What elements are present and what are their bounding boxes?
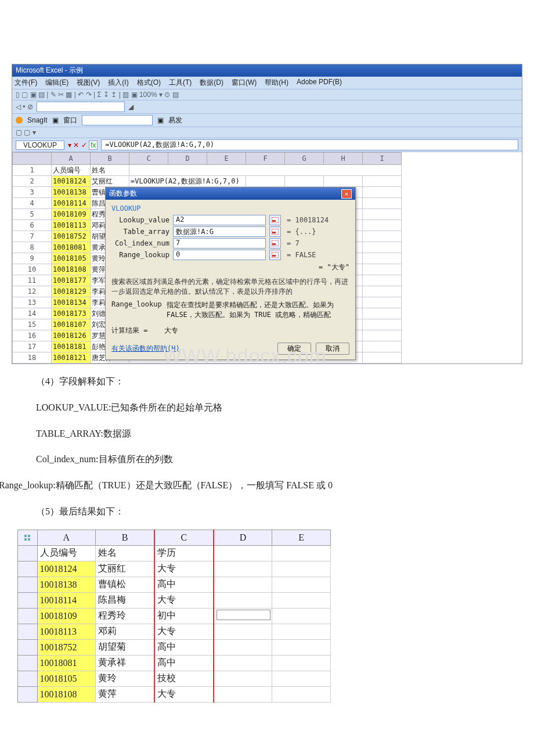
cell-id[interactable]: 10018138 <box>52 187 91 198</box>
result-label: 计算结果 = <box>111 326 147 334</box>
row-head[interactable]: 13 <box>13 297 52 308</box>
row-head[interactable]: 15 <box>13 319 52 330</box>
row-head[interactable]: 16 <box>13 330 52 341</box>
col-A[interactable]: A <box>52 153 91 165</box>
draw-icon[interactable]: ◢ <box>128 103 134 111</box>
row-head[interactable]: 3 <box>13 187 52 198</box>
col-H[interactable]: H <box>324 153 363 165</box>
result-rowh <box>18 592 38 608</box>
result-blank <box>272 686 331 702</box>
cell-id[interactable]: 10018081 <box>52 242 91 253</box>
col-E[interactable]: E <box>207 153 246 165</box>
menu-insert[interactable]: 插入(I) <box>108 78 128 88</box>
menu-help[interactable]: 帮助(H) <box>265 78 288 88</box>
result-blank <box>272 655 331 671</box>
row-head[interactable]: 6 <box>13 220 52 231</box>
col-I[interactable]: I <box>363 153 402 165</box>
sketch-icon[interactable]: ◁ • ⊘ <box>16 103 33 111</box>
col-B[interactable]: B <box>91 153 129 165</box>
menu-edit[interactable]: 编辑(E) <box>45 78 68 88</box>
row-head[interactable]: 11 <box>13 275 52 286</box>
arg-col-index-input[interactable]: 7 <box>173 238 266 249</box>
cell-id[interactable]: 10018134 <box>52 297 91 308</box>
cell-id[interactable]: 10018109 <box>52 209 91 220</box>
corner-cell[interactable] <box>13 153 52 165</box>
row-head[interactable]: 7 <box>13 231 52 242</box>
yifa-icon[interactable]: ▣ <box>157 116 164 124</box>
row-head[interactable]: 10 <box>13 264 52 275</box>
cell-A1[interactable]: 人员编号 <box>52 165 91 176</box>
ok-button[interactable]: 确定 <box>277 343 311 355</box>
result-name: 胡望菊 <box>96 639 154 655</box>
row-head[interactable]: 14 <box>13 308 52 319</box>
range-selector-icon[interactable] <box>269 226 281 237</box>
cell-id[interactable]: 10018114 <box>52 198 91 209</box>
row-head[interactable]: 18 <box>13 352 52 363</box>
formula-buttons[interactable]: ▾ ✕ ✓ fx <box>68 141 98 149</box>
cell-name[interactable]: 艾丽红 <box>91 176 129 187</box>
snagit-dropdown[interactable] <box>82 115 153 125</box>
row-head[interactable]: 4 <box>13 198 52 209</box>
cell-id[interactable]: 10018113 <box>52 220 91 231</box>
row-head[interactable]: 17 <box>13 341 52 352</box>
menu-format[interactable]: 格式(O) <box>137 78 161 88</box>
arg-table-array-input[interactable]: 数据源!A:G <box>173 226 266 237</box>
snagit-window[interactable]: 窗口 <box>63 116 77 125</box>
help-link[interactable]: 有关该函数的帮助(H) <box>111 344 180 354</box>
col-G[interactable]: G <box>285 153 324 165</box>
cell-id[interactable]: 10018105 <box>52 253 91 264</box>
font-dropdown[interactable] <box>37 102 125 112</box>
result-blank <box>272 608 331 624</box>
menu-tools[interactable]: 工具(T) <box>169 78 192 88</box>
cell-blank[interactable] <box>129 165 402 176</box>
col-D[interactable]: D <box>168 153 207 165</box>
cell-id[interactable]: 10018129 <box>52 286 91 297</box>
col-C[interactable]: C <box>129 153 168 165</box>
arg-lookup-value-input[interactable]: A2 <box>173 215 266 225</box>
snagit-capture-icon[interactable]: ▣ <box>52 116 59 124</box>
cell-id[interactable]: 10018108 <box>52 264 91 275</box>
cell-id[interactable]: 10018177 <box>52 275 91 286</box>
cancel-button[interactable]: 取消 <box>316 343 349 355</box>
range-selector-icon[interactable] <box>269 215 281 225</box>
arg-col-index-eq: = 7 <box>287 239 300 247</box>
menu-adobe[interactable]: Adobe PDF(B) <box>297 78 342 88</box>
row-head[interactable]: 2 <box>13 176 52 187</box>
result-id: 10018081 <box>37 655 96 671</box>
result-edu: 技校 <box>154 671 214 686</box>
cell-id[interactable]: 10018181 <box>52 341 91 352</box>
row-head[interactable]: 12 <box>13 286 52 297</box>
cell-id[interactable]: 10018107 <box>52 319 91 330</box>
row-head-1[interactable]: 1 <box>13 165 52 176</box>
cell-id[interactable]: 10018121 <box>52 352 91 363</box>
result-id: 10018138 <box>37 577 96 592</box>
cell-id[interactable]: 10018173 <box>52 308 91 319</box>
cell-B1[interactable]: 姓名 <box>91 165 129 176</box>
row-head[interactable]: 5 <box>13 209 52 220</box>
arg-range-lookup-eq: = FALSE <box>287 251 316 259</box>
row-head[interactable]: 8 <box>13 242 52 253</box>
formula-input[interactable]: =VLOOKUP(A2,数据源!A:G,7,0) <box>101 139 518 150</box>
cell-id[interactable]: 10018752 <box>52 231 91 242</box>
window-titlebar: Microsoft Excel - 示例 <box>12 64 522 77</box>
range-selector-icon[interactable] <box>269 238 281 249</box>
arg-range-lookup-input[interactable]: 0 <box>173 250 266 260</box>
toolbar-icons[interactable]: ▯ ▢ ▣ ▤ | ✎ ✂ ▦ | ↶ ↷ | Σ ↧ ↥ | ▥ ▣ 100%… <box>16 91 179 99</box>
menu-window[interactable]: 窗口(W) <box>232 78 257 88</box>
cell-id[interactable]: 10018126 <box>52 330 91 341</box>
cell-C2[interactable]: =VLOOKUP(A2,数据源!A:G,7,0) <box>129 176 246 187</box>
extra-icons[interactable]: ▢ ▢ ▾ <box>16 128 36 136</box>
menu-view[interactable]: 视图(V) <box>77 78 100 88</box>
result-blank <box>214 592 272 608</box>
menu-data[interactable]: 数据(D) <box>200 78 223 88</box>
row-head[interactable]: 9 <box>13 253 52 264</box>
extra-toolbar: ▢ ▢ ▾ <box>12 127 522 138</box>
col-F[interactable]: F <box>246 153 285 165</box>
name-box[interactable]: VLOOKUP <box>16 141 64 150</box>
snagit-icon <box>16 117 23 124</box>
result-rowh <box>18 608 38 624</box>
menu-file[interactable]: 文件(F) <box>15 78 37 88</box>
close-icon[interactable]: ✕ <box>341 189 352 199</box>
range-selector-icon[interactable] <box>269 250 281 260</box>
cell-id[interactable]: 10018124 <box>52 176 91 187</box>
